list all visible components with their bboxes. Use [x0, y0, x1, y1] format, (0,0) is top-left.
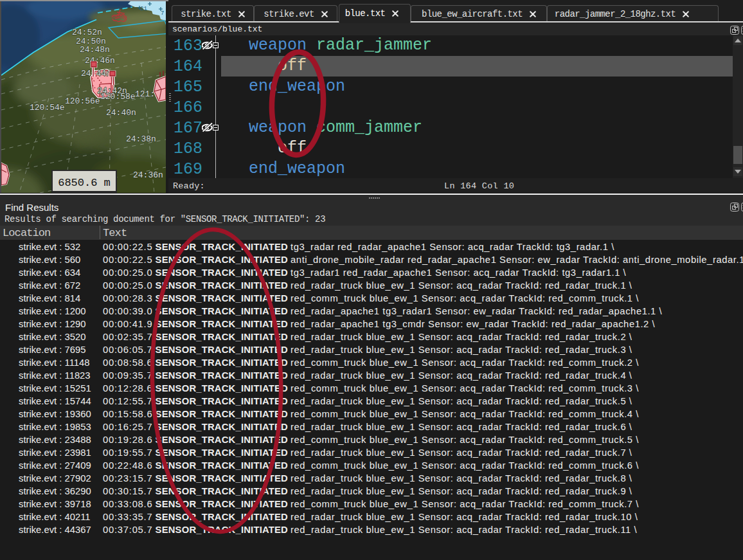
svg-text:24:36n: 24:36n	[133, 170, 163, 180]
svg-text:120:54e: 120:54e	[30, 103, 65, 113]
svg-text:7: 7	[161, 10, 164, 17]
svg-text:24:52n: 24:52n	[72, 28, 102, 37]
svg-text:120:56e: 120:56e	[65, 96, 100, 106]
svg-text:6850.6 m: 6850.6 m	[58, 177, 111, 189]
svg-text:24:38n: 24:38n	[126, 134, 156, 144]
svg-text:24:40n: 24:40n	[106, 108, 136, 118]
svg-text:24:44n: 24:44n	[81, 69, 111, 78]
svg-text:24:46n: 24:46n	[85, 56, 115, 66]
svg-text:21: 21	[140, 6, 147, 12]
svg-text:120:58e: 120:58e	[100, 92, 136, 102]
svg-text:24:48n: 24:48n	[80, 45, 110, 55]
